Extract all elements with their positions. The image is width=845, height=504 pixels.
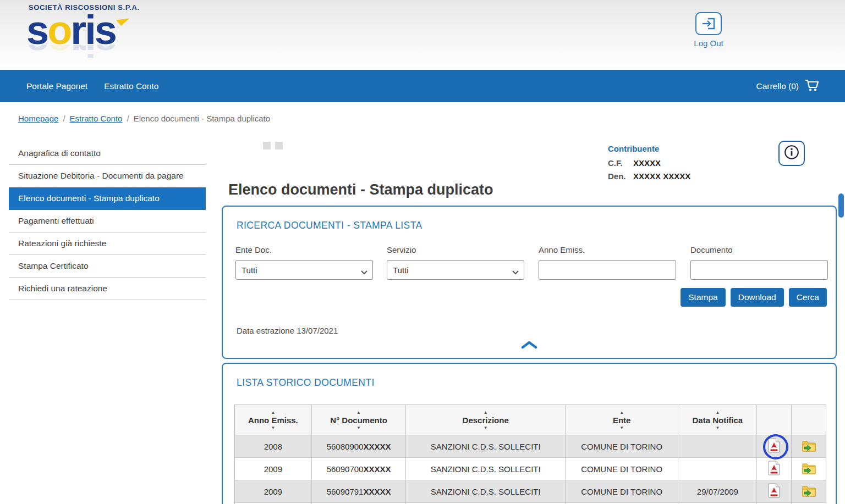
documento-input[interactable] <box>690 260 828 280</box>
sidebar-item-rateazioni[interactable]: Rateazioni già richieste <box>9 232 206 255</box>
column-header-export <box>792 405 826 435</box>
sort-asc-icon: ▲ <box>484 410 488 415</box>
taxpayer-title: Contribuente <box>608 144 690 153</box>
breadcrumb-estratto-conto[interactable]: Estratto Conto <box>70 114 123 123</box>
nav-item-portale-pagonet[interactable]: Portale Pagonet <box>26 81 87 91</box>
extraction-date: Data estrazione 13/07/2021 <box>237 326 338 335</box>
column-header-ente[interactable]: ▲ Ente ▼ <box>566 405 679 435</box>
table-row: 2009 56090700XXXXX SANZIONI C.D.S. SOLLE… <box>235 458 826 480</box>
table-header-row: ▲ Anno Emiss. ▼ ▲ N° Documento ▼ ▲ Descr… <box>235 405 826 435</box>
table-row: 2008 56080900XXXXX SANZIONI C.D.S. SOLLE… <box>235 435 826 458</box>
logo-reflection: soris <box>26 45 140 61</box>
sort-desc-icon: ▼ <box>484 425 488 430</box>
logout-label[interactable]: Log Out <box>691 38 726 48</box>
shopping-cart-icon[interactable] <box>804 79 820 94</box>
page-title: Elenco documenti - Stampa duplicato <box>228 181 493 198</box>
folder-export-icon <box>802 462 816 476</box>
collapse-panel-button[interactable] <box>520 341 538 351</box>
breadcrumb-separator: / <box>63 114 65 123</box>
sort-asc-icon: ▲ <box>356 410 361 415</box>
soris-logo[interactable]: SOCIETÀ RISCOSSIONI S.P.A. soris soris <box>26 3 140 61</box>
results-panel: LISTA STORICO DOCUMENTI ▲ Anno Emiss. ▼ … <box>222 363 837 504</box>
sort-asc-icon: ▲ <box>715 410 720 415</box>
cerca-button[interactable]: Cerca <box>789 288 827 307</box>
pdf-download-button[interactable] <box>767 459 781 478</box>
nav-item-estratto-conto[interactable]: Estratto Conto <box>104 81 158 91</box>
breadcrumb: Homepage / Estratto Conto / Elenco docum… <box>0 102 845 134</box>
column-header-anno-emiss[interactable]: ▲ Anno Emiss. ▼ <box>235 405 312 435</box>
info-button[interactable] <box>778 141 805 166</box>
field-documento: Documento <box>690 245 828 280</box>
scrollbar-thumb[interactable] <box>838 193 844 218</box>
stampa-button[interactable]: Stampa <box>681 288 725 307</box>
sidebar-item-pagamenti[interactable]: Pagamenti effettuati <box>9 210 206 232</box>
servizio-select[interactable]: Tutti <box>387 260 524 280</box>
main-navbar: Portale Pagonet Estratto Conto Carrello … <box>0 70 845 102</box>
anno-emiss-input[interactable] <box>539 260 676 280</box>
ente-doc-label: Ente Doc. <box>235 245 373 254</box>
cart-button[interactable]: Carrello (0) <box>756 79 845 94</box>
folder-export-icon <box>802 440 816 453</box>
cf-value: XXXXX <box>633 157 661 170</box>
results-panel-title: LISTA STORICO DOCUMENTI <box>237 377 375 389</box>
anno-emiss-label: Anno Emiss. <box>539 245 676 254</box>
column-header-data-notifica[interactable]: ▲ Data Notifica ▼ <box>678 405 757 435</box>
servizio-label: Servizio <box>387 245 524 254</box>
acrobat-pdf-icon <box>768 461 780 477</box>
sort-desc-icon: ▼ <box>619 425 624 430</box>
soris-portal-page: SOCIETÀ RISCOSSIONI S.P.A. soris soris L… <box>0 0 845 504</box>
export-folder-button[interactable] <box>801 439 817 455</box>
chevron-up-icon <box>520 341 538 351</box>
table-row: 2009 56090791XXXXX SANZIONI C.D.S. SOLLE… <box>235 480 826 503</box>
documento-label: Documento <box>690 245 828 254</box>
search-panel: RICERCA DOCUMENTI - STAMPA LISTA Ente Do… <box>222 206 837 359</box>
cart-label[interactable]: Carrello (0) <box>756 81 799 91</box>
ui-artifact <box>275 142 283 149</box>
column-header-pdf <box>757 405 792 435</box>
header: SOCIETÀ RISCOSSIONI S.P.A. soris soris L… <box>0 0 845 70</box>
sidebar-item-situazione-debitoria[interactable]: Situazione Debitoria - Documenti da paga… <box>9 165 206 187</box>
breadcrumb-homepage[interactable]: Homepage <box>18 114 58 123</box>
info-circle-icon <box>783 144 800 163</box>
den-value: XXXXX XXXXX <box>633 170 690 183</box>
pdf-download-button[interactable] <box>767 482 781 501</box>
search-panel-title: RICERCA DOCUMENTI - STAMPA LISTA <box>237 220 422 231</box>
logo-wordmark: soris <box>26 12 140 49</box>
document-number: 56090700XXXXX <box>312 458 407 480</box>
breadcrumb-separator: / <box>127 114 129 123</box>
documents-table: ▲ Anno Emiss. ▼ ▲ N° Documento ▼ ▲ Descr… <box>234 405 826 504</box>
acrobat-pdf-icon <box>768 483 780 500</box>
nav-links: Portale Pagonet Estratto Conto <box>0 81 158 91</box>
folder-export-icon <box>802 485 816 499</box>
export-folder-button[interactable] <box>801 484 817 500</box>
sort-asc-icon: ▲ <box>619 410 624 415</box>
ui-artifact <box>263 142 271 149</box>
sidebar-menu: Anagrafica di contatto Situazione Debito… <box>9 142 206 300</box>
sidebar-item-anagrafica[interactable]: Anagrafica di contatto <box>9 142 206 165</box>
document-number: 56090791XXXXX <box>312 480 407 502</box>
sidebar-item-stampa-certificato[interactable]: Stampa Certificato <box>9 255 206 278</box>
column-header-descrizione[interactable]: ▲ Descrizione ▼ <box>406 405 565 435</box>
field-anno-emiss: Anno Emiss. <box>539 245 676 280</box>
sort-desc-icon: ▼ <box>715 425 720 430</box>
column-header-n-documento[interactable]: ▲ N° Documento ▼ <box>312 405 407 435</box>
den-label: Den. <box>608 170 627 183</box>
logout-icon[interactable] <box>695 12 722 35</box>
sidebar-item-richiedi-rateazione[interactable]: Richiedi una rateazione <box>9 278 206 300</box>
sort-desc-icon: ▼ <box>356 425 361 430</box>
breadcrumb-current: Elenco documenti - Stampa duplicato <box>134 114 270 123</box>
sidebar-item-elenco-documenti[interactable]: Elenco documenti - Stampa duplicato <box>9 187 206 210</box>
download-button[interactable]: Download <box>731 288 784 307</box>
export-folder-button[interactable] <box>801 461 817 477</box>
field-ente-doc: Ente Doc. Tutti <box>235 245 373 280</box>
logout-button[interactable]: Log Out <box>691 12 726 48</box>
cf-label: C.F. <box>608 157 627 170</box>
sort-desc-icon: ▼ <box>271 425 275 430</box>
logo-accent-wedge <box>116 13 129 26</box>
pdf-download-button[interactable] <box>767 437 781 456</box>
field-servizio: Servizio Tutti <box>387 245 524 280</box>
taxpayer-info: Contribuente C.F. XXXXX Den. XXXXX XXXXX <box>608 144 690 183</box>
search-buttons: Stampa Download Cerca <box>681 288 827 307</box>
document-number: 56080900XXXXX <box>312 435 407 457</box>
ente-doc-select[interactable]: Tutti <box>235 260 373 280</box>
